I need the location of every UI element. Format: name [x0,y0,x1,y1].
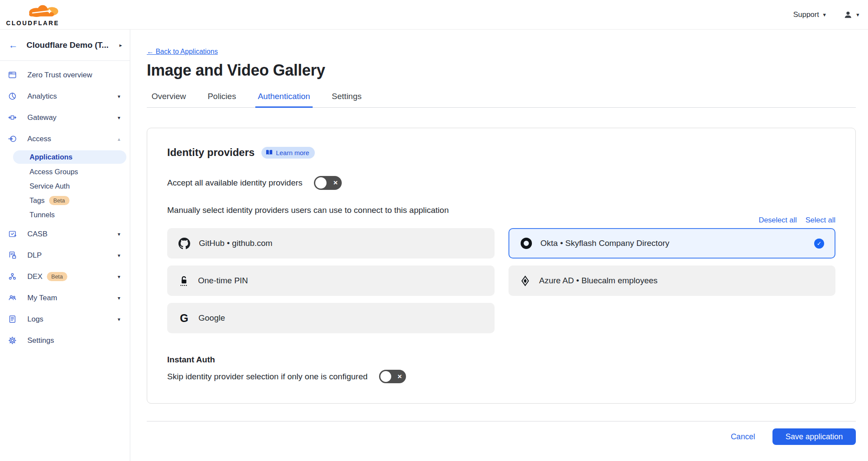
casb-icon [8,229,17,239]
logs-icon [8,315,17,324]
toggle-off-x-icon: × [333,179,338,187]
caret-down-icon[interactable]: ▾ [118,115,120,121]
toggle-off-x-icon: × [398,372,402,381]
sidebar-item-tags[interactable]: Tags Beta [0,193,130,208]
provider-label: GitHub • github.com [199,239,272,248]
sidebar-item-analytics[interactable]: Analytics ▾ [0,86,130,107]
sidebar-item-label: Access Groups [30,168,78,176]
identity-providers-card: Identity providers Learn more Accept all… [147,128,856,404]
select-all-link[interactable]: Select all [805,216,835,225]
sidebar-item-access-groups[interactable]: Access Groups [0,165,130,179]
okta-icon [521,238,532,249]
tab-overview[interactable]: Overview [149,92,188,107]
azure-ad-icon [520,275,531,286]
sidebar-item-tunnels[interactable]: Tunnels [0,208,130,222]
sidebar-item-label: Zero Trust overview [27,71,92,80]
google-icon: G [178,312,190,325]
toggle-knob [380,371,391,382]
caret-down-icon[interactable]: ▾ [118,231,120,237]
one-time-pin-icon [178,275,189,287]
sidebar: ← Cloudflare Demo (T... ▸ Zero Trust ove… [0,30,130,461]
caret-up-icon[interactable]: ▴ [118,136,120,142]
sidebar-item-gateway[interactable]: Gateway ▾ [0,107,130,128]
learn-more-badge[interactable]: Learn more [261,147,315,159]
user-icon [843,10,853,20]
sidebar-item-access[interactable]: Access ▴ [0,128,130,149]
provider-google[interactable]: G Google [167,303,495,333]
access-subnav: Applications Access Groups Service Auth … [0,150,130,222]
footer-divider [147,421,856,421]
back-to-applications-link[interactable]: ← Back to Applications [147,48,218,56]
access-icon [8,134,17,143]
brand-wordmark: CLOUDFLARE [6,20,59,26]
cloudflare-logo[interactable]: CLOUDFLARE [6,3,59,26]
tab-bar: Overview Policies Authentication Setting… [147,92,856,108]
account-name[interactable]: Cloudflare Demo (T... [26,40,119,50]
gear-icon [8,336,17,345]
github-icon [178,238,190,249]
learn-more-label: Learn more [276,149,309,156]
deselect-all-link[interactable]: Deselect all [759,216,797,225]
support-label: Support [793,10,819,19]
instant-auth-toggle[interactable]: × [379,370,406,383]
dex-icon [8,272,17,281]
tab-authentication[interactable]: Authentication [255,92,313,108]
gateway-icon [8,113,17,122]
sidebar-item-applications[interactable]: Applications [13,150,126,164]
tab-settings[interactable]: Settings [329,92,364,107]
caret-down-icon[interactable]: ▾ [118,274,120,280]
manual-select-text: Manually select identity providers users… [167,206,835,215]
sidebar-item-logs[interactable]: Logs ▾ [0,308,130,330]
sidebar-item-label: DEX [27,272,43,281]
sidebar-item-dlp[interactable]: DLP ▾ [0,245,130,266]
accept-all-toggle[interactable]: × [314,176,342,190]
toggle-knob [315,177,327,189]
caret-down-icon[interactable]: ▾ [118,252,120,259]
caret-down-icon[interactable]: ▾ [118,316,120,322]
caret-down-icon[interactable]: ▾ [118,93,120,99]
card-title: Identity providers [167,146,254,159]
sidebar-item-zero-trust-overview[interactable]: Zero Trust overview [0,64,130,86]
sidebar-item-label: Gateway [27,113,56,122]
user-menu[interactable]: ▼ [843,10,860,20]
sidebar-item-label: Analytics [27,92,57,101]
caret-down-icon[interactable]: ▾ [118,295,120,301]
support-caret-icon: ▼ [822,12,827,17]
main-content: ← Back to Applications Image and Video G… [130,30,868,461]
sidebar-item-label: Service Auth [30,182,70,190]
sidebar-item-label: Tags [30,196,45,205]
tab-policies[interactable]: Policies [205,92,238,107]
cancel-button[interactable]: Cancel [731,432,755,441]
back-arrow-icon[interactable]: ← [9,40,18,50]
provider-github[interactable]: GitHub • github.com [167,228,495,259]
support-menu[interactable]: Support ▼ [793,10,827,19]
beta-badge: Beta [47,272,67,281]
user-caret-icon: ▼ [855,12,860,17]
dlp-icon [8,251,17,260]
provider-label: Okta • Skyflash Company Directory [541,239,670,248]
chevron-right-icon[interactable]: ▸ [119,42,122,48]
sidebar-item-label: Applications [30,153,73,161]
sidebar-item-service-auth[interactable]: Service Auth [0,179,130,193]
sidebar-item-label: Tunnels [30,211,55,219]
overview-icon [8,70,17,80]
save-application-button[interactable]: Save application [772,428,856,445]
provider-okta[interactable]: Okta • Skyflash Company Directory ✓ [508,228,836,259]
sidebar-item-label: CASB [27,230,47,239]
sidebar-item-label: Settings [27,336,54,345]
cloudflare-cloud-icon [25,3,59,20]
accept-all-label: Accept all available identity providers [167,178,303,188]
team-icon [8,293,17,302]
beta-badge: Beta [49,196,69,205]
provider-azure-ad[interactable]: Azure AD • Bluecalm employees [508,265,836,296]
provider-one-time-pin[interactable]: One-time PIN [167,265,495,296]
sidebar-item-label: Logs [27,315,43,324]
sidebar-item-my-team[interactable]: My Team ▾ [0,287,130,308]
sidebar-item-label: Access [27,135,51,143]
sidebar-item-dex[interactable]: DEX Beta ▾ [0,266,130,287]
sidebar-item-settings[interactable]: Settings [0,330,130,351]
provider-label: Google [198,313,225,323]
instant-auth-label: Skip identity provider selection if only… [167,372,368,381]
provider-label: One-time PIN [198,276,248,285]
sidebar-item-casb[interactable]: CASB ▾ [0,223,130,245]
